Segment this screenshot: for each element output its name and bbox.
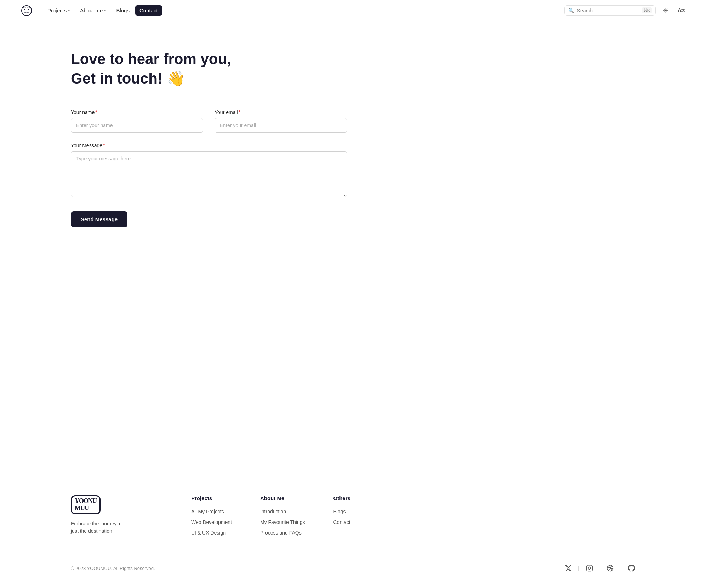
footer-about-item-1: Introduction (260, 508, 305, 515)
search-input[interactable] (577, 8, 639, 13)
social-divider-3: | (620, 565, 622, 571)
footer-projects-link-3[interactable]: UI & UX Design (191, 530, 226, 536)
footer-projects-link-2[interactable]: Web Development (191, 519, 232, 525)
social-links: | | | (563, 563, 637, 574)
navbar: Projects ▾ About me ▾ Blogs Contact 🔍 ⌘K… (0, 0, 708, 21)
footer-projects-list: All My Projects Web Development UI & UX … (191, 508, 232, 536)
nav-about[interactable]: About me ▾ (76, 5, 110, 16)
nav-right: 🔍 ⌘K ☀ A文 (564, 5, 687, 16)
search-icon: 🔍 (568, 8, 574, 13)
social-divider-2: | (599, 565, 601, 571)
footer-others-col: Others Blogs Contact (333, 495, 350, 536)
required-star: * (95, 109, 97, 115)
footer-projects-link-1[interactable]: All My Projects (191, 509, 224, 514)
footer-bottom: © 2023 YOOUMUU. All Rights Reserved. | | (71, 554, 637, 574)
footer-others-item-1: Blogs (333, 508, 350, 515)
chevron-down-icon: ▾ (104, 8, 106, 13)
footer-about-link-1[interactable]: Introduction (260, 509, 286, 514)
nav-contact[interactable]: Contact (135, 5, 162, 16)
instagram-icon[interactable] (584, 563, 595, 574)
footer-projects-heading: Projects (191, 495, 232, 501)
svg-point-1 (24, 9, 25, 10)
email-input[interactable] (215, 118, 347, 133)
form-row-top: Your name* Your email* (71, 109, 347, 133)
social-divider: | (578, 565, 579, 571)
search-shortcut: ⌘K (642, 7, 652, 13)
footer-projects-item-3: UI & UX Design (191, 530, 232, 536)
footer-others-link-2[interactable]: Contact (333, 519, 350, 525)
footer-tagline: Embrace the journey, not just the destin… (71, 520, 163, 535)
footer-others-link-1[interactable]: Blogs (333, 509, 346, 514)
dribbble-icon[interactable] (605, 563, 616, 574)
footer-others-heading: Others (333, 495, 350, 501)
footer-about-col: About Me Introduction My Favourite Thing… (260, 495, 305, 536)
svg-point-2 (28, 9, 29, 10)
send-button[interactable]: Send Message (71, 211, 127, 227)
message-textarea[interactable] (71, 151, 347, 197)
footer-others-list: Blogs Contact (333, 508, 350, 525)
svg-point-0 (22, 6, 32, 16)
footer-about-list: Introduction My Favourite Things Process… (260, 508, 305, 536)
footer-top: YOONU MUU Embrace the journey, not just … (71, 495, 637, 536)
footer-others-item-2: Contact (333, 519, 350, 525)
language-toggle[interactable]: A文 (675, 5, 687, 16)
required-star: * (103, 143, 105, 148)
nav-blogs[interactable]: Blogs (112, 5, 134, 16)
chevron-down-icon: ▾ (68, 8, 70, 13)
svg-rect-3 (586, 565, 592, 571)
footer-columns: Projects All My Projects Web Development… (191, 495, 637, 536)
twitter-icon[interactable] (563, 563, 574, 574)
footer-logo-text: YOONU MUU (71, 495, 101, 514)
footer: YOONU MUU Embrace the journey, not just … (0, 474, 708, 588)
name-input[interactable] (71, 118, 203, 133)
search-box[interactable]: 🔍 ⌘K (564, 5, 656, 16)
main-content: Love to hear from you, Get in touch! 👋 Y… (0, 21, 708, 474)
footer-about-item-2: My Favourite Things (260, 519, 305, 525)
footer-projects-col: Projects All My Projects Web Development… (191, 495, 232, 536)
email-group: Your email* (215, 109, 347, 133)
name-label: Your name* (71, 109, 203, 115)
nav-logo[interactable] (21, 5, 32, 16)
footer-projects-item-2: Web Development (191, 519, 232, 525)
footer-projects-item-1: All My Projects (191, 508, 232, 515)
theme-toggle[interactable]: ☀ (660, 5, 671, 16)
contact-form: Your name* Your email* Your Message* Sen… (71, 109, 347, 227)
footer-about-heading: About Me (260, 495, 305, 501)
email-label: Your email* (215, 109, 347, 115)
footer-brand: YOONU MUU Embrace the journey, not just … (71, 495, 163, 536)
name-group: Your name* (71, 109, 203, 133)
message-group: Your Message* (71, 143, 347, 197)
nav-projects[interactable]: Projects ▾ (43, 5, 74, 16)
message-label: Your Message* (71, 143, 347, 148)
copyright: © 2023 YOOUMUU. All Rights Reserved. (71, 566, 155, 571)
nav-links: Projects ▾ About me ▾ Blogs Contact (43, 5, 564, 16)
page-heading: Love to hear from you, Get in touch! 👋 (71, 50, 637, 88)
required-star: * (239, 109, 240, 115)
footer-about-item-3: Process and FAQs (260, 530, 305, 536)
github-icon[interactable] (626, 563, 637, 574)
footer-logo: YOONU MUU (71, 495, 163, 514)
footer-about-link-2[interactable]: My Favourite Things (260, 519, 305, 525)
footer-about-link-3[interactable]: Process and FAQs (260, 530, 302, 536)
